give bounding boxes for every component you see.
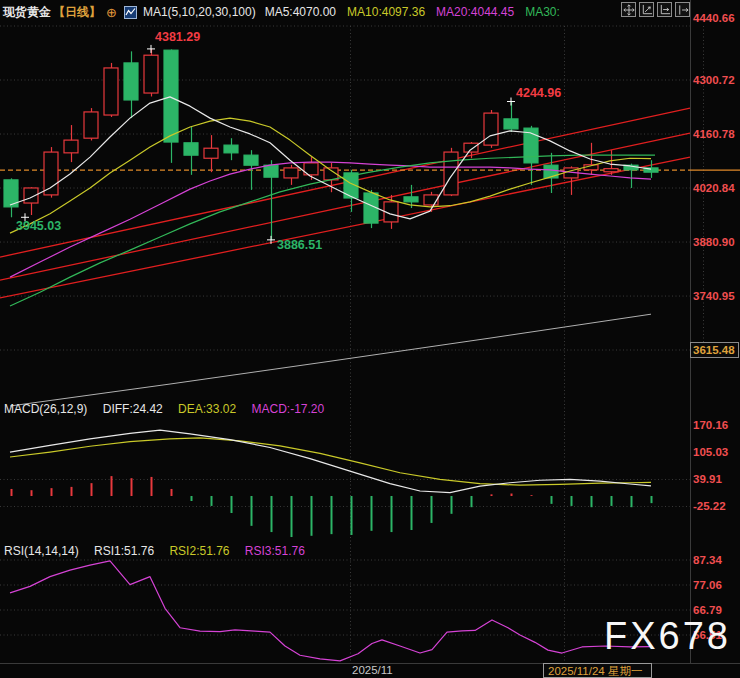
candle: [164, 50, 178, 142]
symbol-name: 现货黄金: [3, 4, 51, 21]
chart-canvas[interactable]: 4381.294244.963945.033886.514440.664300.…: [0, 0, 740, 678]
candle: [444, 152, 458, 195]
price-marker-label: 4244.96: [516, 86, 561, 100]
candle: [424, 195, 438, 205]
candle: [284, 168, 298, 178]
rsi-axis-label: 77.06: [693, 579, 722, 591]
ma30-value: MA30:: [525, 5, 560, 19]
candle: [404, 197, 418, 202]
candle: [44, 152, 58, 195]
candle: [124, 63, 138, 100]
candle: [464, 143, 478, 152]
ma-settings-label: MA1(5,10,20,30,100): [143, 5, 256, 19]
macd-dea-line: [10, 438, 651, 485]
y-axis-label: 4160.78: [693, 128, 735, 140]
timeframe-label: 【日线】: [53, 4, 101, 21]
macd-axis-label: -25.22: [693, 500, 726, 512]
y-axis-label: 3740.95: [693, 290, 735, 302]
candle: [544, 165, 558, 178]
chart-toolbar: [621, 2, 690, 17]
macd-title: MACD(26,12,9): [4, 402, 87, 416]
candle: [104, 68, 118, 115]
collapse-panel-icon[interactable]: [675, 2, 690, 17]
macd-axis-label: 170.16: [693, 419, 728, 431]
candle: [144, 55, 158, 93]
candle: [484, 113, 498, 145]
macd-axis-label: 39.91: [693, 473, 722, 485]
candle: [264, 165, 278, 177]
ma20-value: MA20:4044.45: [436, 5, 514, 19]
rsi-label-row: RSI(14,14,14) RSI1:51.76 RSI2:51.76 RSI3…: [4, 544, 317, 558]
y-axis-label: 3880.90: [693, 236, 735, 248]
rsi3-value: RSI3:51.76: [245, 544, 305, 558]
rsi-axis-label: 87.34: [693, 554, 722, 566]
rsi-line: [10, 561, 651, 661]
candle: [224, 145, 238, 153]
fx678-watermark: FX678: [604, 615, 731, 658]
candle: [64, 140, 78, 153]
rsi1-value: RSI1:51.76: [94, 544, 154, 558]
macd-dea-value: DEA:33.02: [178, 402, 236, 416]
price-marker-label: 3886.51: [277, 238, 322, 252]
macd-axis-label: 105.03: [693, 446, 728, 458]
candle: [204, 148, 218, 158]
scale-y-axis-icon[interactable]: [639, 2, 654, 17]
ma5-value: MA5:4070.00: [265, 5, 336, 19]
y-axis-label: 4300.72: [693, 74, 735, 86]
candle: [504, 119, 518, 129]
boxed-axis-label: 3615.48: [693, 344, 735, 356]
candle: [184, 143, 198, 155]
macd-label-row: MACD(26,12,9) DIFF:24.42 DEA:33.02 MACD:…: [4, 402, 336, 416]
pan-icon[interactable]: [621, 2, 636, 17]
candle: [604, 169, 618, 172]
ma10-value: MA10:4097.36: [347, 5, 425, 19]
chart-style-icon[interactable]: [124, 6, 137, 19]
macd-diff-line: [10, 430, 651, 493]
trading-chart-window: 4381.294244.963945.033886.514440.664300.…: [0, 0, 740, 678]
price-marker-label: 3945.03: [16, 219, 61, 233]
rsi2-value: RSI2:51.76: [169, 544, 229, 558]
scale-x-axis-icon[interactable]: [657, 2, 672, 17]
ma100-line: [10, 314, 651, 406]
macd-diff-value: DIFF:24.42: [103, 402, 163, 416]
add-indicator-icon[interactable]: ⊕: [106, 5, 117, 20]
current-date-label: 2025/11/24 星期一: [548, 665, 642, 677]
rsi-title: RSI(14,14,14): [4, 544, 79, 558]
candle: [244, 155, 258, 165]
macd-macd-value: MACD:-17.20: [251, 402, 324, 416]
candle: [84, 112, 98, 138]
x-axis-label: 2025/11: [352, 664, 393, 676]
y-axis-label: 4020.84: [693, 182, 735, 194]
price-marker-label: 4381.29: [155, 30, 200, 44]
